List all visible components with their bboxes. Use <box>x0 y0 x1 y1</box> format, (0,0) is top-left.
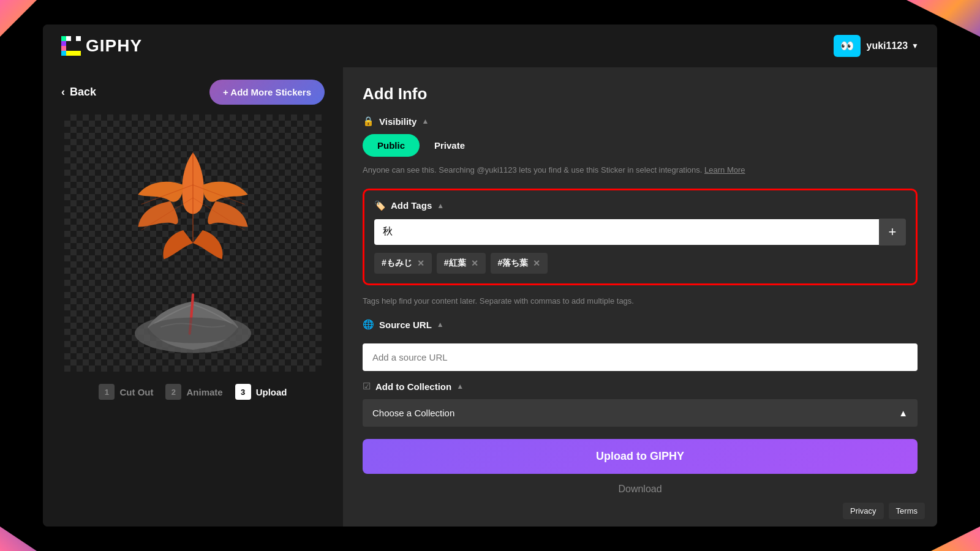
corner-decoration-bl <box>0 527 37 551</box>
add-more-stickers-button[interactable]: + Add More Stickers <box>209 80 325 105</box>
step-3-number: 3 <box>235 384 251 400</box>
tag-chip-ochiba-label: #落ち葉 <box>498 258 529 269</box>
page-title: Add Info <box>363 84 918 103</box>
visibility-header-row: 🔒 Visibility ▲ <box>363 116 918 127</box>
choose-collection-dropdown[interactable]: Choose a Collection ▲ <box>363 399 918 427</box>
tag-remove-momiji-button[interactable]: ✕ <box>417 258 424 268</box>
svg-rect-4 <box>66 36 71 41</box>
add-stickers-label: + Add More Stickers <box>223 87 311 97</box>
private-button[interactable]: Private <box>420 134 480 157</box>
tags-label: Add Tags <box>391 200 432 211</box>
corner-decoration-tl <box>0 0 37 37</box>
privacy-link[interactable]: Privacy <box>843 503 884 519</box>
corner-decoration-br <box>931 527 980 551</box>
source-url-label: Source URL <box>379 320 432 330</box>
step-1-label: Cut Out <box>119 387 153 397</box>
step-1-number: 1 <box>99 384 115 400</box>
giphy-logo-icon <box>61 36 81 56</box>
svg-rect-0 <box>61 36 66 41</box>
avatar-button[interactable]: 👀 <box>834 35 861 57</box>
leaf-image <box>95 127 291 359</box>
private-label: Private <box>434 140 465 151</box>
tag-chip-momiji-label: #もみじ <box>382 258 412 269</box>
content-area: ‹ Back + Add More Stickers <box>43 67 937 527</box>
svg-rect-1 <box>61 41 66 46</box>
privacy-label: Privacy <box>850 506 876 515</box>
globe-icon: 🌐 <box>363 319 374 330</box>
username-label: yuki1123 <box>867 40 908 51</box>
tag-chip-ochiba: #落ち葉 ✕ <box>491 253 548 274</box>
logo-text: GIPHY <box>86 36 142 56</box>
sticker-preview <box>64 114 322 372</box>
step-2-label: Animate <box>186 387 222 397</box>
footer-links: Privacy Terms <box>843 503 925 519</box>
logo-area: GIPHY <box>61 36 142 56</box>
upload-label: Upload to GIPHY <box>596 450 684 462</box>
tag-icon: 🏷️ <box>374 200 386 211</box>
collection-select-chevron-icon: ▲ <box>899 408 908 418</box>
tags-section: 🏷️ Add Tags ▲ + #もみじ ✕ #紅葉 <box>363 189 918 285</box>
visibility-label: Visibility <box>379 116 417 127</box>
right-panel: Add Info 🔒 Visibility ▲ Public Private A… <box>343 67 937 527</box>
step-1: 1 Cut Out <box>99 384 153 400</box>
main-window: GIPHY 👀 yuki1123 ▼ ‹ Back + Add More Sti… <box>43 24 937 527</box>
source-url-input[interactable] <box>363 343 918 371</box>
add-icon: + <box>889 224 897 240</box>
visibility-chevron-icon: ▲ <box>421 117 429 126</box>
upload-to-giphy-button[interactable]: Upload to GIPHY <box>363 439 918 474</box>
download-area: Download <box>363 484 918 495</box>
tag-input[interactable] <box>374 219 879 245</box>
tag-chip-koyo-label: #紅葉 <box>444 258 466 269</box>
source-url-header-row: 🌐 Source URL ▲ <box>363 319 918 330</box>
visibility-buttons: Public Private <box>363 134 918 157</box>
collection-section: ☑ Add to Collection ▲ Choose a Collectio… <box>363 381 918 427</box>
source-url-chevron-icon: ▲ <box>437 320 444 329</box>
tag-remove-koyo-button[interactable]: ✕ <box>471 258 478 268</box>
download-label: Download <box>618 484 662 494</box>
collection-label: Add to Collection <box>375 381 451 392</box>
header: GIPHY 👀 yuki1123 ▼ <box>43 24 937 67</box>
tag-chip-momiji: #もみじ ✕ <box>374 253 432 274</box>
chevron-down-icon: ▼ <box>911 42 919 50</box>
tag-input-row: + <box>374 219 906 246</box>
tag-remove-ochiba-button[interactable]: ✕ <box>533 258 540 268</box>
terms-link[interactable]: Terms <box>889 503 925 519</box>
tags-header-row: 🏷️ Add Tags ▲ <box>374 200 906 211</box>
collection-select-label: Choose a Collection <box>372 408 454 418</box>
step-3: 3 Upload <box>235 384 287 400</box>
back-button[interactable]: ‹ Back <box>61 86 96 99</box>
source-url-section: 🌐 Source URL ▲ <box>363 319 918 371</box>
steps-bar: 1 Cut Out 2 Animate 3 Upload <box>99 384 287 400</box>
visibility-desc-text: Anyone can see this. Searching @yuki1123… <box>363 165 702 174</box>
svg-rect-6 <box>66 51 81 56</box>
download-button[interactable]: Download <box>618 484 662 495</box>
terms-label: Terms <box>896 506 918 515</box>
tags-help-text: Tags help find your content later. Separ… <box>363 295 918 307</box>
svg-point-8 <box>148 317 238 343</box>
visibility-description: Anyone can see this. Searching @yuki1123… <box>363 164 918 176</box>
tag-add-button[interactable]: + <box>879 219 906 246</box>
tag-chip-koyo: #紅葉 ✕ <box>437 253 486 274</box>
avatar-eyes-icon: 👀 <box>840 39 854 53</box>
learn-more-link[interactable]: Learn More <box>704 165 745 174</box>
collection-header-row: ☑ Add to Collection ▲ <box>363 381 918 392</box>
svg-rect-5 <box>76 36 81 41</box>
username-button[interactable]: yuki1123 ▼ <box>867 40 919 51</box>
svg-rect-3 <box>61 51 66 56</box>
step-3-label: Upload <box>256 387 287 397</box>
step-2-number: 2 <box>165 384 181 400</box>
user-area: 👀 yuki1123 ▼ <box>834 35 919 57</box>
left-controls: ‹ Back + Add More Stickers <box>61 80 325 105</box>
public-button[interactable]: Public <box>363 134 420 157</box>
back-arrow-icon: ‹ <box>61 86 65 99</box>
back-label: Back <box>70 86 96 99</box>
tags-list: #もみじ ✕ #紅葉 ✕ #落ち葉 ✕ <box>374 253 906 274</box>
collection-icon: ☑ <box>363 381 371 392</box>
tags-chevron-icon: ▲ <box>437 201 444 210</box>
public-label: Public <box>377 140 405 151</box>
left-panel: ‹ Back + Add More Stickers <box>43 67 343 527</box>
step-2: 2 Animate <box>165 384 222 400</box>
svg-rect-2 <box>61 46 66 51</box>
lock-icon: 🔒 <box>363 116 374 127</box>
collection-chevron-icon: ▲ <box>456 382 464 391</box>
